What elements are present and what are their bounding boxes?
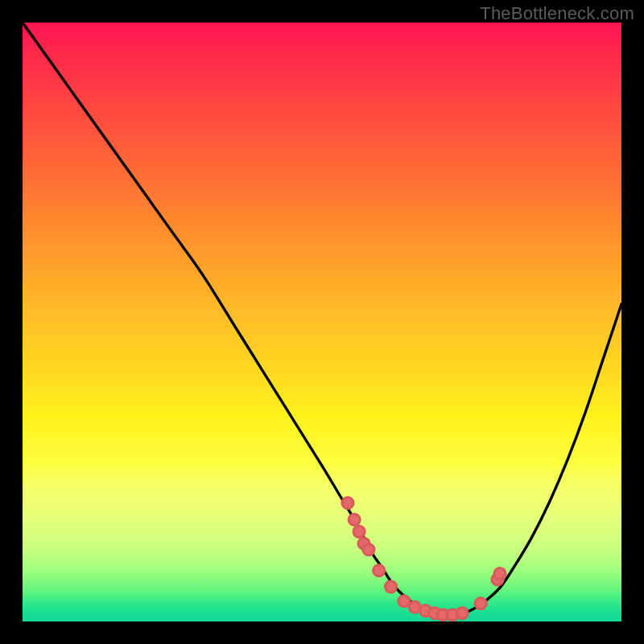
data-point <box>456 608 468 619</box>
data-point <box>353 526 365 537</box>
bottleneck-curve <box>23 23 621 616</box>
plot-area <box>23 23 621 621</box>
data-point <box>363 544 374 555</box>
data-point <box>374 565 385 576</box>
data-point <box>398 596 410 607</box>
data-point <box>342 497 353 509</box>
data-point <box>349 514 360 525</box>
chart-svg <box>23 23 621 621</box>
data-points-group <box>342 497 506 621</box>
data-point <box>475 598 486 609</box>
data-point <box>385 581 396 592</box>
data-point <box>494 568 506 579</box>
watermark-text: TheBottleneck.com <box>480 3 634 24</box>
chart-frame: TheBottleneck.com <box>0 0 644 644</box>
